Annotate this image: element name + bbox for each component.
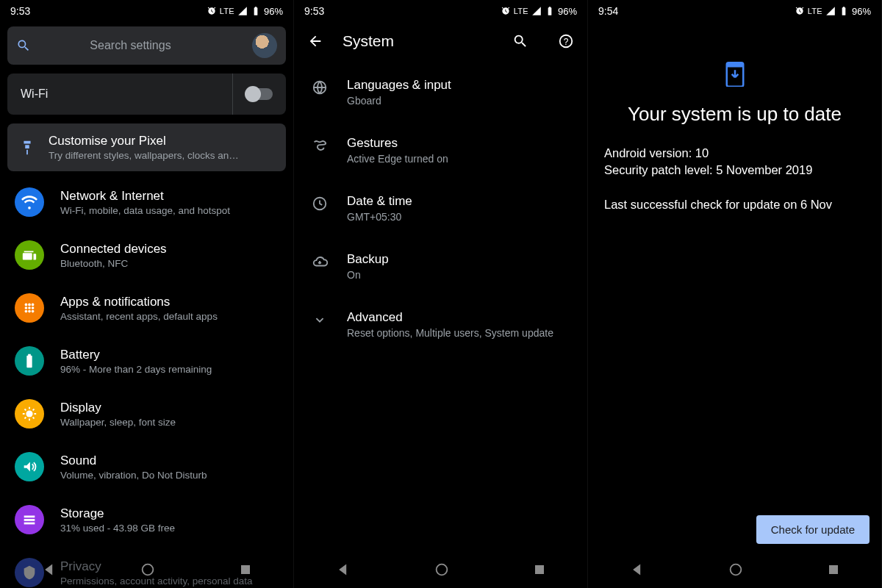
- signal-icon: [825, 6, 836, 16]
- alarm-icon: [207, 6, 217, 16]
- devices-icon: [15, 240, 44, 270]
- search-icon[interactable]: [512, 33, 528, 49]
- nav-recent-icon[interactable]: [827, 563, 840, 576]
- system-item-clock[interactable]: Date & time GMT+05:30: [294, 179, 587, 237]
- item-title: Date & time: [347, 194, 412, 209]
- status-icons: LTE 96%: [795, 6, 871, 17]
- svg-point-8: [32, 310, 35, 313]
- settings-item-wifi[interactable]: Network & Internet Wi-Fi, mobile, data u…: [0, 176, 293, 229]
- settings-item-devices[interactable]: Connected devices Bluetooth, NFC: [0, 229, 293, 282]
- lte-label: LTE: [514, 7, 528, 15]
- item-subtitle: Gboard: [347, 95, 451, 107]
- nav-home-icon[interactable]: [434, 562, 450, 578]
- settings-item-battery[interactable]: Battery 96% - More than 2 days remaining: [0, 334, 293, 387]
- system-list: Languages & input Gboard Gestures Active…: [294, 63, 587, 354]
- system-title: System: [343, 32, 493, 50]
- settings-item-storage[interactable]: Storage 31% used - 43.98 GB free: [0, 493, 293, 546]
- search-placeholder: Search settings: [19, 39, 242, 52]
- account-avatar[interactable]: [252, 33, 277, 58]
- wifi-quick-row[interactable]: Wi-Fi: [7, 74, 286, 115]
- back-arrow-icon[interactable]: [307, 33, 323, 49]
- item-title: Languages & input: [347, 78, 451, 93]
- nav-recent-icon[interactable]: [239, 563, 252, 576]
- check-for-update-button[interactable]: Check for update: [756, 515, 870, 544]
- svg-point-9: [26, 410, 32, 417]
- system-item-chevron[interactable]: Advanced Reset options, Multiple users, …: [294, 295, 587, 354]
- item-title: Connected devices: [60, 242, 167, 257]
- system-item-cloud[interactable]: Backup On: [294, 237, 587, 295]
- svg-rect-12: [24, 523, 35, 525]
- item-subtitle: Reset options, Multiple users, System up…: [347, 327, 553, 339]
- system-item-gesture[interactable]: Gestures Active Edge turned on: [294, 121, 587, 179]
- item-subtitle: 31% used - 43.98 GB free: [60, 523, 175, 534]
- customise-title: Customise your Pixel: [49, 134, 239, 148]
- item-title: Network & Internet: [60, 189, 230, 204]
- sound-icon: [15, 452, 44, 481]
- item-title: Sound: [60, 453, 207, 468]
- status-time: 9:53: [10, 5, 30, 17]
- item-title: Battery: [60, 348, 212, 362]
- item-title: Advanced: [347, 310, 553, 325]
- item-subtitle: Volume, vibration, Do Not Disturb: [60, 470, 207, 481]
- status-time: 9:53: [304, 5, 324, 17]
- battery-icon: [839, 6, 849, 16]
- item-subtitle: Wallpaper, sleep, font size: [60, 417, 176, 428]
- nav-back-icon[interactable]: [336, 562, 351, 577]
- svg-point-6: [25, 310, 28, 313]
- svg-rect-24: [829, 565, 838, 574]
- settings-main-screen: 9:53 LTE 96% Search settings Wi-Fi Custo…: [0, 0, 294, 588]
- wifi-toggle[interactable]: [246, 88, 273, 100]
- svg-point-13: [142, 564, 153, 576]
- settings-item-display[interactable]: Display Wallpaper, sleep, font size: [0, 387, 293, 440]
- svg-rect-14: [241, 565, 250, 574]
- security-patch-line: Security patch level: 5 November 2019: [604, 163, 865, 177]
- battery-percent: 96%: [558, 6, 577, 17]
- item-subtitle: Bluetooth, NFC: [60, 258, 167, 269]
- search-settings-bar[interactable]: Search settings: [7, 26, 286, 65]
- battery-percent: 96%: [264, 6, 283, 17]
- system-item-globe[interactable]: Languages & input Gboard: [294, 63, 587, 121]
- item-title: Gestures: [347, 136, 448, 151]
- settings-list: Network & Internet Wi-Fi, mobile, data u…: [0, 176, 293, 588]
- alarm-icon: [795, 6, 805, 16]
- svg-rect-11: [24, 519, 35, 521]
- item-title: Apps & notifications: [60, 295, 218, 309]
- customise-pixel-card[interactable]: Customise your Pixel Try different style…: [7, 123, 286, 171]
- wifi-label: Wi-Fi: [21, 87, 48, 101]
- alarm-icon: [501, 6, 511, 16]
- cloud-icon: [312, 254, 328, 270]
- nav-home-icon[interactable]: [140, 562, 156, 578]
- update-headline: Your system is up to date: [604, 103, 865, 126]
- navigation-bar: [588, 551, 881, 588]
- nav-back-icon[interactable]: [42, 562, 57, 577]
- svg-rect-22: [726, 62, 743, 67]
- item-subtitle: Wi-Fi, mobile, data usage, and hotspot: [60, 205, 230, 216]
- update-pane: Your system is up to date Android versio…: [588, 22, 881, 588]
- settings-item-apps[interactable]: Apps & notifications Assistant, recent a…: [0, 282, 293, 334]
- item-subtitle: 96% - More than 2 days remaining: [60, 364, 212, 375]
- settings-item-sound[interactable]: Sound Volume, vibration, Do Not Disturb: [0, 440, 293, 493]
- last-check-line: Last successful check for update on 6 No…: [604, 198, 865, 212]
- battery-icon: [545, 6, 555, 16]
- signal-icon: [237, 6, 248, 16]
- storage-icon: [15, 505, 44, 534]
- item-title: Display: [60, 401, 176, 415]
- nav-back-icon[interactable]: [630, 562, 645, 577]
- system-update-screen: 9:54 LTE 96% Your system is up to date A…: [588, 0, 882, 588]
- svg-point-1: [28, 304, 31, 306]
- status-bar: 9:53 LTE 96%: [0, 0, 293, 22]
- nav-home-icon[interactable]: [728, 562, 744, 578]
- chevron-icon: [312, 312, 328, 328]
- help-icon[interactable]: ?: [558, 33, 574, 49]
- status-icons: LTE 96%: [501, 6, 577, 17]
- svg-text:?: ?: [564, 37, 569, 47]
- lte-label: LTE: [808, 7, 822, 15]
- nav-recent-icon[interactable]: [533, 563, 546, 576]
- navigation-bar: [0, 551, 293, 588]
- svg-point-0: [25, 304, 28, 306]
- status-time: 9:54: [598, 5, 618, 17]
- navigation-bar: [294, 551, 587, 588]
- display-icon: [15, 399, 44, 429]
- gesture-icon: [312, 137, 328, 154]
- wifi-icon: [15, 187, 44, 217]
